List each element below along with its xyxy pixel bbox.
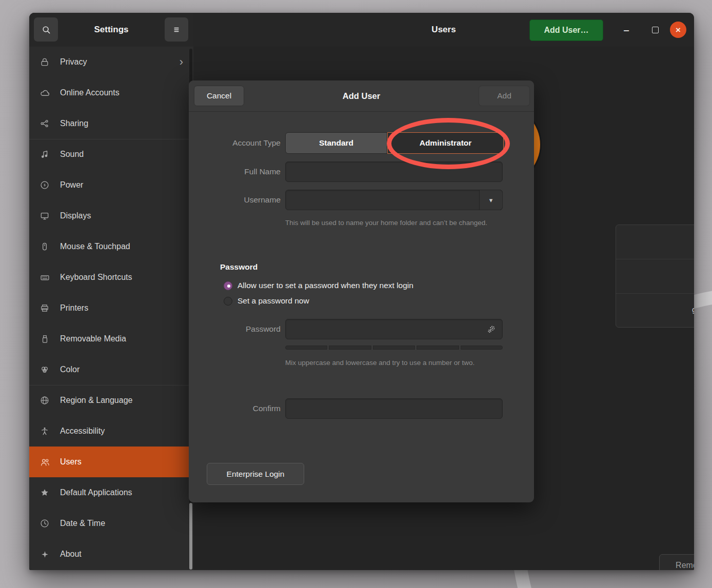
hamburger-icon (171, 25, 182, 35)
settings-window: Settings Users Add User… – × Privacy › O… (29, 13, 694, 570)
clock-icon (38, 517, 51, 530)
sidebar-item-label: Removable Media (60, 334, 186, 343)
color-circles-icon (38, 363, 51, 376)
sidebar-item-label: Users (60, 457, 186, 467)
full-name-input[interactable] (285, 161, 503, 182)
sidebar-item-label: Power (60, 180, 186, 190)
sidebar: Privacy › Online Accounts Sharing Sound … (29, 47, 194, 570)
sidebar-item-keyboard-shortcuts[interactable]: Keyboard Shortcuts (29, 262, 193, 293)
chevron-down-icon: ▾ (489, 196, 493, 204)
remove-user-button[interactable]: Remove User… (659, 554, 694, 570)
account-type-segmented-control: Standard Administrator (285, 132, 504, 154)
sidebar-item-online-accounts[interactable]: Online Accounts (29, 77, 193, 108)
radio-set-password-now[interactable]: Set a password now (224, 296, 309, 306)
menu-button[interactable] (165, 17, 188, 42)
radio-label: Set a password now (238, 296, 309, 306)
music-note-icon (38, 148, 51, 160)
maximize-button[interactable] (646, 13, 664, 47)
accessibility-person-icon (38, 425, 51, 437)
administrator-option[interactable]: Administrator (387, 132, 504, 154)
sidebar-item-color[interactable]: Color (29, 354, 193, 385)
usb-drive-icon (38, 333, 51, 345)
strength-segment (285, 346, 327, 350)
sidebar-item-label: Sound (60, 150, 186, 159)
username-help-text: This will be used to name your home fold… (285, 218, 496, 228)
password-row[interactable]: ••••• › (616, 225, 694, 259)
minimize-button[interactable]: – (617, 13, 636, 47)
mouse-icon (38, 240, 51, 253)
strength-segment (329, 346, 371, 350)
radio-password-next-login[interactable]: Allow user to set a password when they n… (224, 280, 413, 291)
radio-selected-icon (224, 281, 232, 290)
user-settings-list: ••••• › ged in › (616, 225, 694, 328)
sidebar-item-default-applications[interactable]: Default Applications (29, 477, 193, 508)
sidebar-item-label: Accessibility (60, 427, 186, 436)
share-icon (38, 117, 51, 130)
sidebar-item-label: Online Accounts (60, 88, 186, 97)
sidebar-item-privacy[interactable]: Privacy › (29, 47, 193, 77)
sidebar-item-about[interactable]: About (29, 539, 193, 570)
sidebar-item-label: Mouse & Touchpad (60, 242, 186, 251)
automatic-login-row (616, 259, 694, 294)
chevron-right-icon: › (180, 56, 183, 68)
sidebar-item-date-time[interactable]: Date & Time (29, 508, 193, 539)
enterprise-login-button[interactable]: Enterprise Login (207, 463, 304, 485)
sidebar-item-displays[interactable]: Displays (29, 200, 193, 231)
sidebar-scrollbar-thumb[interactable] (189, 503, 192, 570)
sidebar-item-label: Printers (60, 303, 186, 313)
username-input[interactable] (285, 190, 503, 210)
lock-icon (38, 56, 51, 68)
sidebar-item-users[interactable]: Users (29, 447, 193, 477)
sidebar-item-power[interactable]: Power (29, 170, 193, 200)
password-strength-meter (285, 346, 503, 350)
sidebar-item-mouse-touchpad[interactable]: Mouse & Touchpad (29, 231, 193, 262)
sidebar-item-label: Privacy (60, 57, 180, 67)
logged-in-text: ged in (692, 305, 694, 314)
sidebar-item-label: Displays (60, 211, 186, 220)
sparkle-icon (38, 548, 51, 560)
password-section-title: Password (220, 262, 258, 272)
sidebar-item-accessibility[interactable]: Accessibility (29, 416, 193, 447)
strength-segment (417, 346, 459, 350)
add-button[interactable]: Add (479, 86, 530, 106)
add-user-dialog: Cancel Add User Add Account Type Standar… (189, 80, 534, 502)
monitor-icon (38, 210, 51, 222)
generate-password-button[interactable] (485, 323, 498, 335)
account-activity-row[interactable]: ged in › (616, 294, 694, 328)
radio-label: Allow user to set a password when they n… (238, 281, 413, 290)
sidebar-item-sound[interactable]: Sound (29, 139, 193, 170)
cloud-icon (38, 87, 51, 99)
radio-unselected-icon (224, 297, 232, 306)
confirm-password-input[interactable] (285, 398, 503, 419)
confirm-label: Confirm (189, 404, 281, 413)
close-button[interactable]: × (670, 22, 686, 38)
sidebar-item-removable-media[interactable]: Removable Media (29, 323, 193, 354)
star-icon (38, 486, 51, 499)
strength-segment (373, 346, 415, 350)
password-help-text: Mix uppercase and lowercase and try to u… (285, 358, 496, 368)
add-user-button[interactable]: Add User… (529, 19, 603, 41)
full-name-label: Full Name (189, 167, 281, 176)
sidebar-item-label: Region & Language (60, 396, 186, 405)
account-type-label: Account Type (189, 138, 281, 148)
keyboard-icon (38, 271, 51, 283)
sidebar-item-region-language[interactable]: Region & Language (29, 385, 193, 416)
standard-option[interactable]: Standard (285, 132, 387, 154)
password-label: Password (189, 325, 281, 334)
username-dropdown-button[interactable]: ▾ (479, 190, 503, 210)
username-label: Username (189, 195, 281, 205)
sidebar-item-label: About (60, 550, 186, 559)
sidebar-item-label: Default Applications (60, 488, 186, 497)
users-icon (38, 456, 51, 468)
gears-icon (485, 323, 498, 335)
sidebar-item-label: Color (60, 365, 186, 374)
power-icon (38, 179, 51, 191)
strength-segment (461, 346, 503, 350)
password-input[interactable] (285, 319, 503, 339)
headerbar: Settings Users Add User… – × (29, 13, 694, 47)
dialog-header: Cancel Add User Add (189, 80, 534, 112)
sidebar-item-sharing[interactable]: Sharing (29, 108, 193, 139)
sidebar-item-printers[interactable]: Printers (29, 293, 193, 323)
cancel-button[interactable]: Cancel (194, 86, 244, 106)
printer-icon (38, 302, 51, 314)
